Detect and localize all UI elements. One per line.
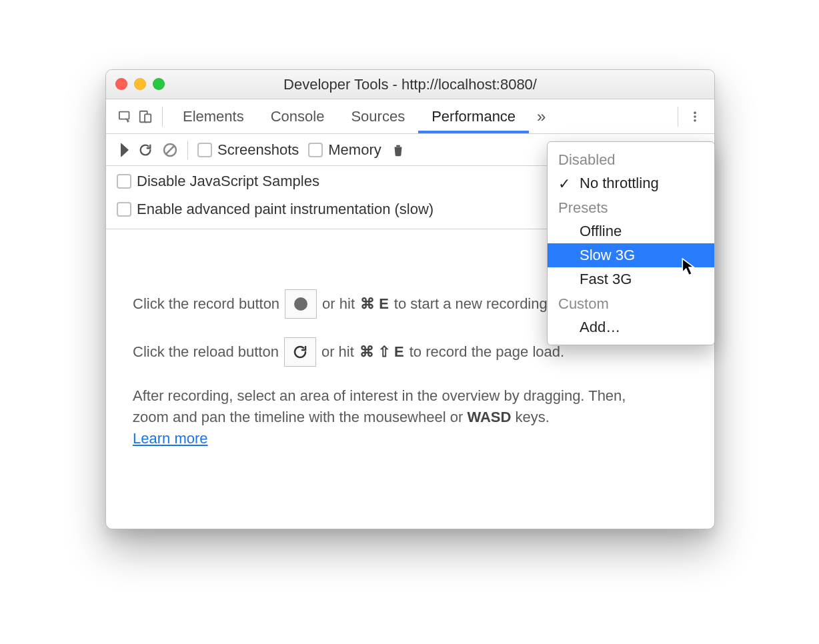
checkmark-icon: ✓ — [558, 175, 570, 193]
mouse-cursor-icon — [682, 258, 696, 277]
checkbox-icon — [117, 174, 131, 189]
help-text: Click the reload button — [133, 343, 279, 361]
disable-js-label: Disable JavaScript Samples — [137, 173, 319, 190]
help-text: After recording, select an area of inter… — [133, 387, 626, 425]
shortcut-record: ⌘ E — [360, 295, 389, 313]
help-text: or hit — [321, 343, 354, 361]
trash-icon[interactable] — [391, 143, 405, 157]
checkbox-icon — [308, 143, 323, 157]
checkbox-icon — [197, 143, 212, 157]
divider — [678, 107, 678, 127]
option-label: No throttling — [580, 175, 659, 191]
help-text: Click the record button — [133, 295, 279, 313]
reload-button-hint[interactable] — [284, 337, 316, 367]
screenshots-label: Screenshots — [217, 141, 299, 159]
help-text: or hit — [322, 295, 355, 313]
option-label: Slow 3G — [580, 247, 635, 263]
network-throttling-dropdown: Disabled ✓ No throttling Presets Offline… — [547, 141, 715, 345]
screenshots-checkbox[interactable]: Screenshots — [197, 141, 299, 159]
svg-point-4 — [694, 115, 696, 118]
reload-icon[interactable] — [138, 143, 153, 157]
tab-performance[interactable]: Performance — [418, 99, 529, 133]
svg-point-5 — [694, 119, 696, 122]
divider — [162, 107, 163, 127]
kebab-menu-icon[interactable] — [685, 107, 705, 127]
help-text: keys. — [511, 409, 549, 425]
help-text: to record the page load. — [410, 343, 564, 361]
option-label: Offline — [580, 223, 622, 239]
divider — [187, 141, 188, 159]
dropdown-group-presets: Presets — [548, 195, 714, 219]
titlebar: Developer Tools - http://localhost:8080/ — [106, 70, 714, 99]
svg-rect-0 — [119, 111, 129, 119]
tab-elements[interactable]: Elements — [169, 99, 257, 133]
dropdown-group-disabled: Disabled — [548, 147, 714, 171]
window-title: Developer Tools - http://localhost:8080/ — [106, 70, 714, 99]
disable-js-samples-checkbox[interactable]: Disable JavaScript Samples — [117, 173, 319, 190]
wasd-key-hint: WASD — [467, 409, 511, 425]
tab-sources[interactable]: Sources — [337, 99, 418, 133]
main-tabbar: Elements Console Sources Performance » — [106, 99, 714, 134]
device-toolbar-icon[interactable] — [135, 107, 155, 127]
help-text: to start a new recording. — [394, 295, 552, 313]
learn-more-link[interactable]: Learn more — [133, 430, 208, 447]
enable-paint-checkbox[interactable]: Enable advanced paint instrumentation (s… — [117, 201, 434, 218]
throttling-option-offline[interactable]: Offline — [548, 219, 714, 243]
memory-label: Memory — [328, 141, 381, 159]
tabs-overflow-button[interactable]: » — [529, 107, 554, 126]
record-button-hint[interactable] — [285, 289, 317, 319]
record-dot-icon — [294, 297, 307, 311]
throttling-option-add[interactable]: Add… — [548, 315, 714, 339]
enable-paint-label: Enable advanced paint instrumentation (s… — [137, 201, 434, 218]
dropdown-group-custom: Custom — [548, 291, 714, 315]
inspect-element-icon[interactable] — [115, 107, 135, 127]
svg-point-3 — [694, 111, 696, 114]
option-label: Add… — [580, 319, 620, 335]
svg-rect-2 — [145, 114, 151, 122]
memory-checkbox[interactable]: Memory — [308, 141, 381, 159]
tab-console[interactable]: Console — [257, 99, 338, 133]
option-label: Fast 3G — [580, 271, 632, 287]
checkbox-icon — [117, 202, 131, 217]
record-icon[interactable] — [121, 143, 129, 157]
shortcut-reload: ⌘ ⇧ E — [359, 343, 404, 361]
throttling-option-no-throttling[interactable]: ✓ No throttling — [548, 171, 714, 195]
clear-icon[interactable] — [162, 142, 178, 158]
